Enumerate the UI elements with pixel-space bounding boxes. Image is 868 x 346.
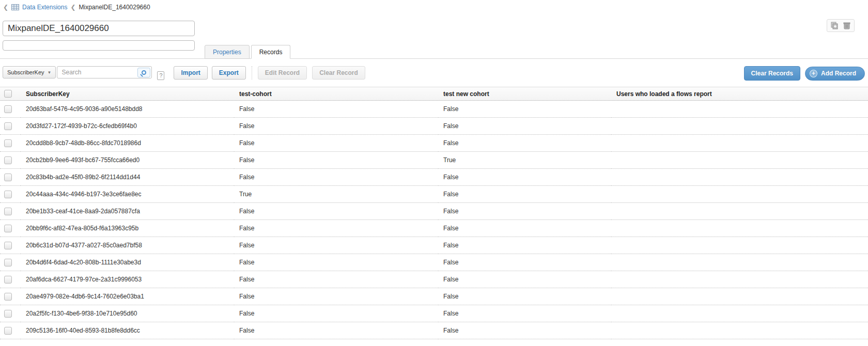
search-button[interactable] [137, 68, 150, 77]
export-button[interactable]: Export [212, 66, 246, 80]
cell-flows-report [611, 220, 868, 237]
row-checkbox[interactable] [4, 293, 12, 301]
table-header-row: SubscriberKey test-cohort test new cohor… [0, 87, 868, 101]
cell-flows-report [611, 288, 868, 305]
cell-flows-report [611, 254, 868, 271]
records-table-body: 20d63baf-5476-4c95-9036-a90e5148bdd8Fals… [0, 101, 868, 339]
cell-test-new-cohort: False [438, 288, 611, 305]
cell-subscriber-key: 20b4d6f4-6dad-4c20-808b-1111e30abe3d [21, 254, 234, 271]
cell-flows-report [611, 101, 868, 118]
cell-subscriber-key: 20c44aaa-434c-4946-b197-3e3ce6fae8ec [21, 186, 234, 203]
data-extension-records-page: ❮ Data Extensions ❮ MixpanelDE_164002966… [0, 0, 868, 346]
cell-test-new-cohort: True [438, 152, 611, 169]
cell-subscriber-key: 20c83b4b-ad2e-45f0-89b2-6f2114dd1d44 [21, 169, 234, 186]
toolbar-divider [252, 66, 252, 80]
row-checkbox[interactable] [4, 122, 12, 130]
back-caret-icon[interactable]: ❮ [3, 4, 8, 11]
cell-flows-report [611, 135, 868, 152]
row-checkbox[interactable] [4, 191, 12, 198]
row-checkbox[interactable] [4, 327, 12, 335]
cell-test-new-cohort: False [438, 322, 611, 339]
cell-test-cohort: False [234, 169, 438, 186]
search-icon [142, 70, 146, 75]
import-export-group: Import Export [174, 66, 245, 80]
cell-test-new-cohort: False [438, 271, 611, 288]
cell-subscriber-key: 20cdd8b8-9cb7-48db-86cc-8fdc7018986d [21, 135, 234, 152]
cell-subscriber-key: 20a2f5fc-f130-4be6-9f38-10e710e95d60 [21, 305, 234, 322]
row-checkbox[interactable] [4, 208, 12, 215]
cell-test-new-cohort: False [438, 169, 611, 186]
help-icon[interactable]: ? [157, 71, 164, 80]
select-all-checkbox[interactable] [4, 90, 12, 98]
extension-actions [827, 19, 855, 32]
records-table: SubscriberKey test-cohort test new cohor… [0, 87, 868, 339]
row-checkbox[interactable] [4, 310, 12, 318]
chevron-down-icon: ▼ [48, 70, 52, 75]
cell-test-cohort: False [234, 305, 438, 322]
row-checkbox[interactable] [4, 225, 12, 232]
cell-test-new-cohort: False [438, 203, 611, 220]
cell-test-new-cohort: False [438, 101, 611, 118]
search-field-value: SubscriberKey [7, 69, 44, 75]
cell-subscriber-key: 20ae4979-082e-4db6-9c14-7602e6e03ba1 [21, 288, 234, 305]
search-field-dropdown[interactable]: SubscriberKey ▼ [3, 66, 56, 78]
extension-description-input[interactable] [3, 40, 195, 51]
cell-test-cohort: False [234, 271, 438, 288]
column-header-subscriber-key: SubscriberKey [21, 87, 234, 101]
name-inputs [3, 21, 195, 51]
table-row: 20b6c31d-b07d-4377-a027-85c0aed7bf58Fals… [0, 237, 868, 254]
delete-icon[interactable] [843, 22, 850, 29]
cell-test-cohort: False [234, 135, 438, 152]
clear-records-button[interactable]: Clear Records [744, 66, 800, 81]
breadcrumb-separator-icon: ❮ [70, 4, 75, 11]
add-record-button[interactable]: + Add Record [805, 67, 865, 81]
cell-test-cohort: False [234, 220, 438, 237]
copy-icon[interactable] [831, 22, 839, 29]
table-row: 20a2f5fc-f130-4be6-9f38-10e710e95d60Fals… [0, 305, 868, 322]
cell-test-cohort: False [234, 152, 438, 169]
import-button[interactable]: Import [174, 66, 207, 80]
cell-flows-report [611, 322, 868, 339]
cell-test-cohort: False [234, 288, 438, 305]
edit-record-button[interactable]: Edit Record [258, 66, 307, 80]
table-row: 20c83b4b-ad2e-45f0-89b2-6f2114dd1d44Fals… [0, 169, 868, 186]
extension-name-input[interactable] [3, 21, 195, 36]
cell-subscriber-key: 20bb9f6c-af82-47ea-805d-f6a13963c95b [21, 220, 234, 237]
cell-test-new-cohort: False [438, 220, 611, 237]
tab-bar: Properties Records [205, 45, 290, 59]
right-actions-group: Clear Records + Add Record [744, 66, 865, 81]
add-record-label: Add Record [821, 70, 856, 77]
cell-flows-report [611, 271, 868, 288]
cell-subscriber-key: 209c5136-16f0-40ed-8593-81b8fe8dd6cc [21, 322, 234, 339]
table-row: 20cdd8b8-9cb7-48db-86cc-8fdc7018986dFals… [0, 135, 868, 152]
tab-records[interactable]: Records [251, 45, 291, 59]
table-row: 20b4d6f4-6dad-4c20-808b-1111e30abe3dFals… [0, 254, 868, 271]
table-row: 20be1b33-ceaf-41ce-8aa9-2da057887cfaFals… [0, 203, 868, 220]
records-toolbar: SubscriberKey ▼ ? Import Export Edit Rec… [0, 59, 868, 83]
column-header-flows-report: Users who loaded a flows report [611, 87, 868, 101]
row-checkbox[interactable] [4, 174, 12, 181]
table-row: 20d3fd27-172f-4939-b72c-6cfedb69f4b0Fals… [0, 118, 868, 135]
tab-properties[interactable]: Properties [205, 45, 250, 59]
row-checkbox[interactable] [4, 242, 12, 249]
row-checkbox[interactable] [4, 139, 12, 147]
cell-flows-report [611, 203, 868, 220]
table-row: 20cb2bb9-9ee6-493f-bc67-755fcca66ed0Fals… [0, 152, 868, 169]
table-row: 20ae4979-082e-4db6-9c14-7602e6e03ba1Fals… [0, 288, 868, 305]
row-checkbox[interactable] [4, 276, 12, 284]
breadcrumb-link-data-extensions[interactable]: Data Extensions [22, 4, 67, 11]
breadcrumb-current: MixpanelDE_1640029660 [79, 4, 150, 11]
row-checkbox[interactable] [4, 105, 12, 113]
row-checkbox[interactable] [4, 259, 12, 266]
row-checkbox[interactable] [4, 156, 12, 164]
cell-flows-report [611, 186, 868, 203]
cell-test-new-cohort: False [438, 305, 611, 322]
cell-test-cohort: True [234, 186, 438, 203]
cell-test-new-cohort: False [438, 135, 611, 152]
column-header-test-new-cohort: test new cohort [438, 87, 611, 101]
cell-test-cohort: False [234, 203, 438, 220]
cell-test-cohort: False [234, 254, 438, 271]
clear-record-button[interactable]: Clear Record [312, 66, 365, 80]
table-row: 20c44aaa-434c-4946-b197-3e3ce6fae8ecTrue… [0, 186, 868, 203]
cell-test-cohort: False [234, 101, 438, 118]
